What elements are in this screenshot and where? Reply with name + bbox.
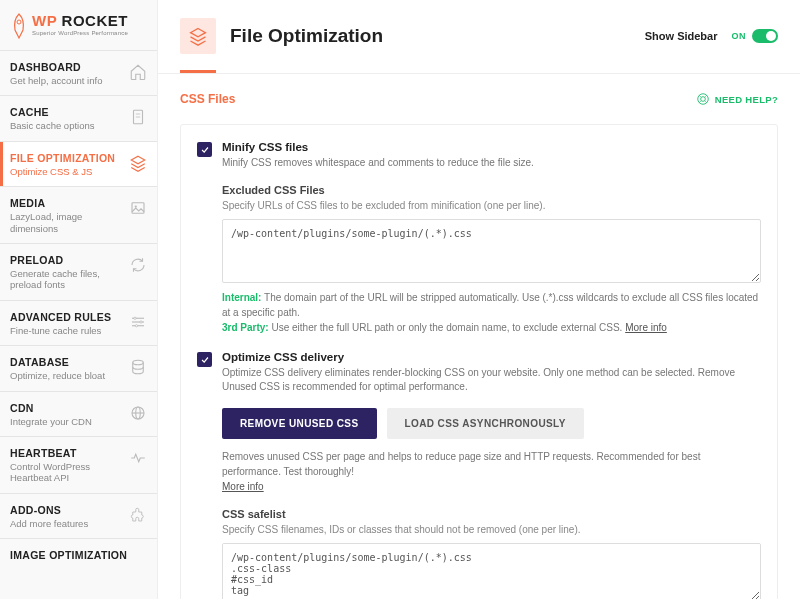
- globe-icon: [129, 404, 147, 422]
- heartbeat-icon: [129, 449, 147, 467]
- home-icon: [129, 63, 147, 81]
- svg-point-0: [17, 20, 21, 24]
- page-header: File Optimization Show Sidebar ON: [158, 0, 800, 54]
- nav-preload[interactable]: PRELOADGenerate cache files, preload fon…: [0, 243, 157, 300]
- sidebar: WP ROCKET Superior WordPress Performance…: [0, 0, 158, 599]
- nav: DASHBOARDGet help, account info CACHEBas…: [0, 50, 157, 599]
- puzzle-icon: [129, 506, 147, 524]
- svg-line-19: [705, 95, 707, 97]
- optimize-css-checkbox[interactable]: [197, 352, 212, 367]
- nav-cache[interactable]: CACHEBasic cache options: [0, 95, 157, 140]
- safelist-textarea[interactable]: [222, 543, 761, 599]
- minify-css-label: Minify CSS files: [222, 141, 761, 153]
- lifebuoy-icon: [696, 92, 710, 106]
- nav-file-optimization[interactable]: FILE OPTIMIZATIONOptimize CSS & JS: [0, 141, 157, 186]
- section-title: CSS Files: [180, 92, 235, 106]
- show-sidebar-label: Show Sidebar: [645, 30, 718, 42]
- more-info-link[interactable]: More info: [625, 322, 667, 333]
- svg-point-11: [135, 324, 137, 326]
- main: File Optimization Show Sidebar ON CSS Fi…: [158, 0, 800, 599]
- check-icon: [200, 355, 210, 365]
- nav-image-optimization[interactable]: IMAGE OPTIMIZATION: [0, 538, 157, 570]
- nav-addons[interactable]: ADD-ONSAdd more features: [0, 493, 157, 538]
- check-icon: [200, 145, 210, 155]
- layers-icon: [180, 18, 216, 54]
- css-files-card: Minify CSS files Minify CSS removes whit…: [180, 124, 778, 599]
- remove-unused-css-button[interactable]: REMOVE UNUSED CSS: [222, 408, 377, 439]
- minify-css-checkbox[interactable]: [197, 142, 212, 157]
- nav-dashboard[interactable]: DASHBOARDGet help, account info: [0, 50, 157, 95]
- layers-icon: [129, 154, 147, 172]
- svg-line-21: [705, 101, 707, 103]
- excluded-css-desc: Specify URLs of CSS files to be excluded…: [222, 200, 761, 211]
- need-help-link[interactable]: NEED HELP?: [696, 92, 778, 106]
- sidebar-toggle[interactable]: ON: [732, 29, 779, 43]
- database-icon: [129, 358, 147, 376]
- svg-point-10: [140, 321, 142, 323]
- excluded-css-label: Excluded CSS Files: [222, 184, 761, 196]
- page-title: File Optimization: [230, 25, 631, 47]
- nav-advanced-rules[interactable]: ADVANCED RULESFine-tune cache rules: [0, 300, 157, 345]
- svg-line-18: [699, 95, 701, 97]
- minify-css-desc: Minify CSS removes whitespace and commen…: [222, 156, 761, 170]
- safelist-label: CSS safelist: [222, 508, 761, 520]
- optimize-css-desc: Optimize CSS delivery eliminates render-…: [222, 366, 761, 394]
- image-icon: [129, 199, 147, 217]
- excluded-css-hint: Internal: The domain part of the URL wil…: [222, 290, 761, 335]
- nav-heartbeat[interactable]: HEARTBEATControl WordPress Heartbeat API: [0, 436, 157, 493]
- svg-rect-4: [132, 203, 144, 214]
- rocket-icon: [10, 12, 28, 40]
- logo: WP ROCKET Superior WordPress Performance: [0, 0, 157, 50]
- nav-database[interactable]: DATABASEOptimize, reduce bloat: [0, 345, 157, 390]
- file-icon: [129, 108, 147, 126]
- remove-unused-info: Removes unused CSS per page and helps to…: [222, 449, 761, 494]
- sliders-icon: [129, 313, 147, 331]
- more-info-link-2[interactable]: More info: [222, 481, 264, 492]
- svg-point-17: [700, 97, 705, 102]
- svg-line-20: [699, 101, 701, 103]
- refresh-icon: [129, 256, 147, 274]
- nav-media[interactable]: MEDIALazyLoad, image dimensions: [0, 186, 157, 243]
- safelist-desc: Specify CSS filenames, IDs or classes th…: [222, 524, 761, 535]
- load-css-async-button[interactable]: LOAD CSS ASYNCHRONOUSLY: [387, 408, 584, 439]
- content: CSS Files NEED HELP? Minify CSS files Mi…: [158, 74, 800, 599]
- toggle-switch[interactable]: [752, 29, 778, 43]
- svg-point-9: [134, 317, 136, 319]
- svg-point-12: [133, 360, 144, 365]
- nav-cdn[interactable]: CDNIntegrate your CDN: [0, 391, 157, 436]
- excluded-css-textarea[interactable]: [222, 219, 761, 283]
- optimize-css-label: Optimize CSS delivery: [222, 351, 761, 363]
